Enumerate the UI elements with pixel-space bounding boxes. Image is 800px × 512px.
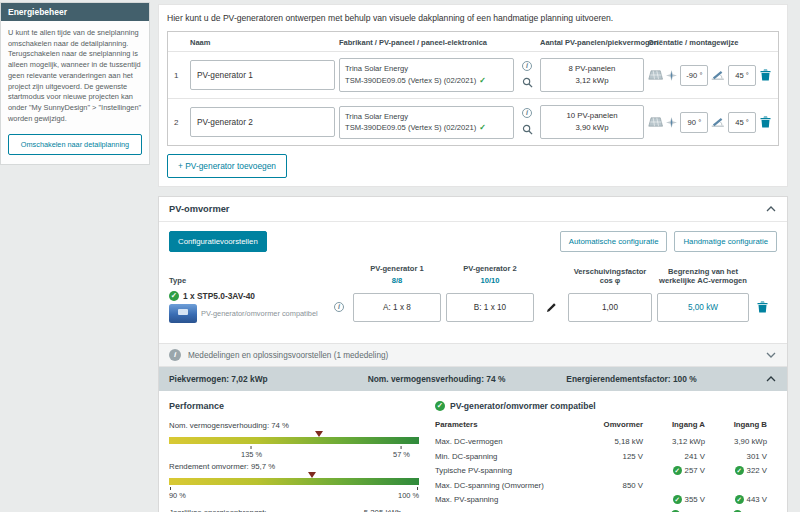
col-header-type: Type bbox=[169, 276, 329, 285]
compatibility-text: PV-generator/omvormer compatibel bbox=[450, 401, 596, 411]
inverter-config-row: ✓ 1 x STP5.0-3AV-40 PV-generator/omvorme… bbox=[169, 291, 777, 323]
inverter-toolbar: Configuratievoorstellen Automatische con… bbox=[169, 231, 777, 252]
configuration-proposals-button[interactable]: Configuratievoorstellen bbox=[169, 231, 267, 252]
check-circle-icon: ✓ bbox=[673, 495, 682, 504]
delete-inverter-button[interactable] bbox=[754, 300, 770, 314]
sidebar-title: Energiebeheer bbox=[1, 3, 149, 21]
parameters-header-row: Parameters Omvormer Ingang A Ingang B In… bbox=[435, 420, 787, 429]
panel-count-text: 10 PV-panelen bbox=[566, 111, 617, 120]
performance-panel: Performance Nom. vermogensverhouding: 74… bbox=[169, 401, 419, 512]
trash-icon bbox=[760, 69, 771, 81]
check-icon: ✓ bbox=[479, 76, 486, 85]
col-header-manufacturer: Fabrikant / PV-paneel / paneel-elektroni… bbox=[339, 38, 514, 47]
summary-peak-power: Piekvermogen: 7,02 kWp bbox=[169, 374, 368, 384]
delete-generator-button[interactable] bbox=[759, 115, 772, 129]
col-header-gen1: PV-generator 18/8 bbox=[353, 264, 441, 285]
row-index: 1 bbox=[174, 71, 186, 80]
inverter-type-select[interactable]: ✓ 1 x STP5.0-3AV-40 PV-generator/omvorme… bbox=[169, 291, 329, 323]
azimuth-field[interactable]: -90 ° bbox=[680, 65, 708, 86]
automatic-configuration-button[interactable]: Automatische configuratie bbox=[560, 231, 668, 252]
summary-bar: Piekvermogen: 7,02 kWp Nom. vermogensver… bbox=[159, 367, 787, 391]
messages-bar[interactable]: i Mededelingen en oplossingsvoorstellen … bbox=[159, 343, 787, 367]
azimuth-field[interactable]: 90 ° bbox=[680, 112, 708, 133]
panel-select-field[interactable]: Trina Solar Energy TSM-390DE09.05 (Verte… bbox=[339, 106, 514, 139]
parameters-panel: ✓ PV-generator/omvormer compatibel Param… bbox=[435, 401, 787, 512]
search-panel-button[interactable] bbox=[521, 76, 534, 89]
ac-limit-field[interactable]: 5,00 kW bbox=[657, 293, 749, 322]
generator-table: Naam Fabrikant / PV-paneel / paneel-elek… bbox=[167, 31, 779, 146]
performance-stats: Jaarlijkse energieopbrengst:5.205 kWh Sp… bbox=[169, 508, 419, 512]
cos-phi-field[interactable]: 1,00 bbox=[568, 293, 652, 322]
inverter-compat-text: PV-generator/omvormer compatibel bbox=[201, 309, 318, 318]
generator-name-field[interactable]: PV-generator 2 bbox=[190, 107, 335, 137]
parameter-row: Typische PV-spanning ✓257 V ✓322 V bbox=[435, 466, 787, 475]
stat-row: Jaarlijkse energieopbrengst:5.205 kWh bbox=[169, 508, 419, 512]
results-panel: Performance Nom. vermogensverhouding: 74… bbox=[159, 391, 787, 512]
col-header-orientation: Oriëntatie / montagewijze bbox=[648, 38, 772, 47]
inverter-image bbox=[169, 304, 197, 323]
panel-count-text: 8 PV-panelen bbox=[569, 64, 616, 73]
performance-title: Performance bbox=[169, 401, 419, 411]
search-panel-button[interactable] bbox=[521, 123, 534, 136]
messages-text: Mededelingen en oplossingsvoorstellen (1… bbox=[188, 351, 388, 360]
trash-icon bbox=[757, 301, 768, 313]
collapse-summary-button[interactable] bbox=[765, 375, 777, 383]
chevron-up-icon bbox=[766, 376, 776, 382]
pv-generator-section: Hier kunt u de PV-generatoren ontwerpen … bbox=[158, 4, 788, 187]
col-header-name: Naam bbox=[190, 38, 335, 47]
switch-to-detail-planning-button[interactable]: Omschakelen naar detailplanning bbox=[8, 134, 142, 155]
manual-configuration-button[interactable]: Handmatige configuratie bbox=[674, 231, 777, 252]
gauge1-label: Nom. vermogensverhouding: 74 % bbox=[169, 421, 419, 430]
check-icon: ✓ bbox=[479, 123, 486, 132]
magnifier-icon bbox=[522, 124, 533, 135]
parameter-row: Max. DC-spanning (Omvormer) 850 V bbox=[435, 481, 787, 490]
delete-generator-button[interactable] bbox=[759, 68, 772, 82]
trash-icon bbox=[760, 116, 771, 128]
tilt-field[interactable]: 45 ° bbox=[728, 65, 756, 86]
check-circle-icon: ✓ bbox=[735, 466, 744, 475]
tilt-icon bbox=[711, 69, 725, 81]
collapse-section-button[interactable] bbox=[765, 205, 777, 213]
summary-nominal-ratio: Nom. vermogensverhouding: 74 % bbox=[368, 374, 567, 384]
col-header-gen2: PV-generator 210/10 bbox=[446, 264, 534, 285]
generator-name-field[interactable]: PV-generator 1 bbox=[190, 60, 335, 90]
panel-model-text: TSM-390DE09.05 (Vertex S) (02/2021) bbox=[345, 76, 476, 85]
roof-icon bbox=[648, 69, 663, 81]
gauge1-tick-lower: 57 % bbox=[393, 446, 410, 459]
info-icon[interactable]: i bbox=[522, 108, 532, 118]
parameter-row: Max. DC-vermogen 5,18 kW 3,12 kWp 3,90 k… bbox=[435, 437, 787, 446]
row-index: 2 bbox=[174, 118, 186, 127]
peak-power-text: 3,90 kWp bbox=[576, 123, 609, 132]
main-content: Hier kunt u de PV-generatoren ontwerpen … bbox=[150, 0, 800, 512]
inverter-config-header: Type PV-generator 18/8 PV-generator 210/… bbox=[169, 264, 777, 285]
manufacturer-text: Trina Solar Energy bbox=[345, 64, 408, 73]
inverter-section-title: PV-omvormer bbox=[169, 204, 229, 214]
generator-row: 2 PV-generator 2 Trina Solar Energy TSM-… bbox=[168, 98, 778, 145]
info-icon[interactable]: i bbox=[334, 302, 344, 312]
panel-select-field[interactable]: Trina Solar Energy TSM-390DE09.05 (Verte… bbox=[339, 58, 514, 91]
pencil-icon bbox=[546, 302, 557, 313]
edit-configuration-button[interactable] bbox=[539, 301, 563, 314]
info-icon[interactable]: i bbox=[522, 61, 532, 71]
info-icon: i bbox=[169, 349, 181, 361]
add-generator-button[interactable]: + PV-generator toevoegen bbox=[167, 154, 287, 178]
gen2-string-count: 10/10 bbox=[446, 276, 534, 285]
generator-row: 1 PV-generator 1 Trina Solar Energy TSM-… bbox=[168, 51, 778, 98]
summary-energy-yield-factor: Energierendementsfactor: 100 % bbox=[566, 374, 765, 384]
parameter-row: Min. DC-spanning 125 V 241 V 301 V bbox=[435, 452, 787, 461]
gauge-marker bbox=[315, 431, 323, 437]
gauge2-label: Rendement omvormer: 95,7 % bbox=[169, 462, 419, 471]
nominal-ratio-gauge bbox=[169, 431, 419, 446]
input-a-config-field[interactable]: A: 1 x 8 bbox=[353, 293, 441, 322]
col-header-count: Aantal PV-panelen/piekvermogen bbox=[540, 38, 644, 47]
gen1-string-count: 8/8 bbox=[353, 276, 441, 285]
panel-model-text: TSM-390DE09.05 (Vertex S) (02/2021) bbox=[345, 123, 476, 132]
gauge1-tick-upper: 135 % bbox=[241, 446, 262, 459]
gauge2-tick-max: 100 % bbox=[398, 487, 419, 500]
panel-count-box: 8 PV-panelen 3,12 kWp bbox=[540, 58, 644, 92]
parameter-row: Max. PV-spanning ✓355 V ✓443 V bbox=[435, 495, 787, 504]
tilt-field[interactable]: 45 ° bbox=[728, 112, 756, 133]
chevron-up-icon bbox=[766, 206, 776, 212]
gauge2-tick-min: 90 % bbox=[169, 487, 186, 500]
input-b-config-field[interactable]: B: 1 x 10 bbox=[446, 293, 534, 322]
